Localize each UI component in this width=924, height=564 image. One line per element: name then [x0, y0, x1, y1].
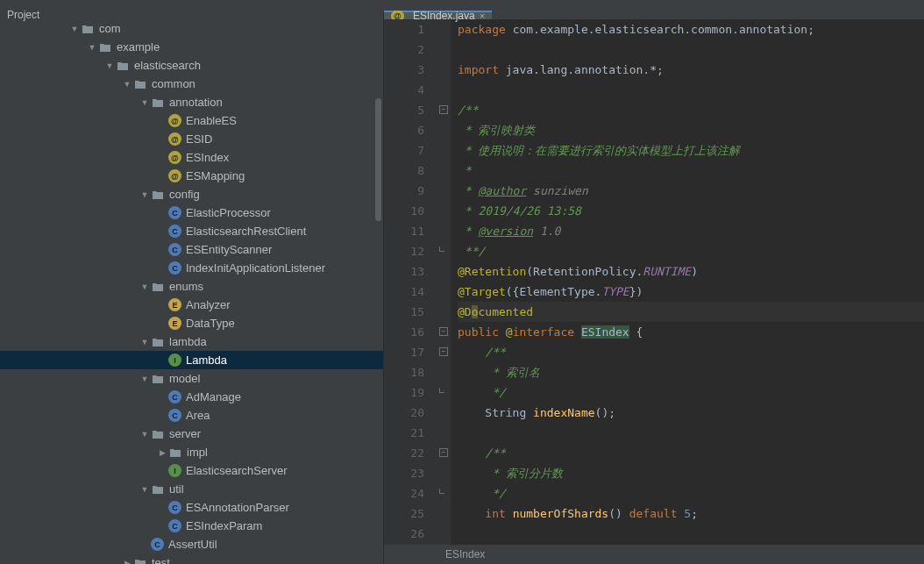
line-number[interactable]: 14 [384, 282, 424, 302]
code-line[interactable]: * 索引名 [458, 362, 924, 382]
tree-item-esindex[interactable]: @ESIndex [0, 148, 383, 167]
tree-item-esentityscanner[interactable]: CESEntityScanner [0, 240, 383, 259]
expand-icon[interactable]: ▼ [86, 43, 98, 52]
code-line[interactable] [458, 80, 924, 100]
expand-icon[interactable]: ▼ [139, 375, 151, 383]
line-gutter[interactable]: 1234567891011121314151617181920212223242… [384, 19, 438, 545]
code-editor[interactable]: 1234567891011121314151617181920212223242… [384, 19, 924, 545]
line-number[interactable]: 13 [384, 261, 424, 282]
tree-item-esid[interactable]: @ESID [0, 130, 383, 148]
tree-item-esannotationparser[interactable]: CESAnnotationParser [0, 498, 383, 517]
tree-item-model[interactable]: ▼model [0, 369, 383, 388]
expand-icon[interactable]: ▼ [139, 338, 151, 346]
code-line[interactable]: */ [458, 382, 924, 403]
scrollbar-thumb[interactable] [375, 98, 381, 221]
tree-item-annotation[interactable]: ▼annotation [0, 93, 383, 111]
tree-item-area[interactable]: CArea [0, 406, 383, 425]
line-number[interactable]: 10 [384, 201, 424, 221]
line-number[interactable]: 24 [384, 483, 424, 503]
tree-item-elasticsearchserver[interactable]: IElasticsearchServer [0, 461, 383, 480]
breadcrumb-bar[interactable]: ESIndex [384, 545, 924, 564]
code-line[interactable] [458, 39, 924, 60]
fold-toggle[interactable]: − [439, 347, 448, 356]
tree-item-config[interactable]: ▼config [0, 185, 383, 203]
code-line[interactable]: import java.lang.annotation.*; [458, 60, 924, 80]
fold-toggle[interactable]: − [439, 448, 448, 457]
tree-item-example[interactable]: ▼example [0, 38, 383, 56]
code-line[interactable]: * 索引映射类 [458, 120, 924, 140]
expand-icon[interactable]: ▼ [121, 80, 133, 89]
line-number[interactable]: 1 [384, 19, 424, 39]
code-line[interactable]: int numberOfShards() default 5; [458, 503, 924, 524]
code-line[interactable]: @Target({ElementType.TYPE}) [458, 282, 924, 302]
expand-icon[interactable]: ▼ [139, 485, 151, 494]
line-number[interactable]: 16 [384, 322, 424, 342]
tree-item-impl[interactable]: ▶impl [0, 443, 383, 461]
tree-item-elasticprocessor[interactable]: CElasticProcessor [0, 203, 383, 222]
tree-item-assertutil[interactable]: CAssertUtil [0, 535, 383, 553]
code-line[interactable]: */ [458, 483, 924, 503]
line-number[interactable]: 20 [384, 403, 424, 423]
line-number[interactable]: 21 [384, 423, 424, 443]
tree-item-util[interactable]: ▼util [0, 480, 383, 498]
code-line[interactable] [458, 524, 924, 544]
tree-item-esmapping[interactable]: @ESMapping [0, 167, 383, 185]
tree-item-common[interactable]: ▼common [0, 75, 383, 93]
code-line[interactable] [458, 423, 924, 443]
line-number[interactable]: 12 [384, 241, 424, 261]
line-number[interactable]: 19 [384, 382, 424, 403]
tree-item-com[interactable]: ▼com [0, 19, 383, 38]
code-line[interactable]: String indexName(); [458, 403, 924, 423]
expand-icon[interactable]: ▶ [156, 448, 168, 457]
tree-item-elasticsearch[interactable]: ▼elasticsearch [0, 56, 383, 75]
code-content[interactable]: package com.example.elasticsearch.common… [451, 19, 924, 545]
fold-toggle[interactable] [439, 246, 444, 252]
code-line[interactable]: /** [458, 443, 924, 463]
fold-toggle[interactable] [439, 388, 444, 393]
line-number[interactable]: 5 [384, 100, 424, 120]
expand-icon[interactable]: ▼ [139, 282, 151, 291]
line-number[interactable]: 8 [384, 161, 424, 181]
line-number[interactable]: 26 [384, 524, 424, 544]
line-number[interactable]: 2 [384, 39, 424, 60]
code-line[interactable]: * @version 1.0 [458, 221, 924, 241]
expand-icon[interactable]: ▼ [139, 430, 151, 439]
tree-item-enums[interactable]: ▼enums [0, 277, 383, 296]
expand-icon[interactable]: ▶ [121, 559, 133, 565]
tree-item-enablees[interactable]: @EnableES [0, 111, 383, 130]
fold-toggle[interactable] [439, 489, 444, 494]
code-line[interactable]: @Documented [458, 302, 924, 322]
fold-column[interactable]: −−−− [438, 19, 451, 545]
line-number[interactable]: 4 [384, 80, 424, 100]
code-line[interactable]: /** [458, 342, 924, 362]
code-line[interactable]: **/ [458, 241, 924, 261]
line-number[interactable]: 23 [384, 463, 424, 483]
code-line[interactable]: * @author sunziwen [458, 181, 924, 201]
tree-item-elasticsearchrestclient[interactable]: CElasticsearchRestClient [0, 222, 383, 240]
line-number[interactable]: 25 [384, 503, 424, 524]
line-number[interactable]: 11 [384, 221, 424, 241]
expand-icon[interactable]: ▼ [68, 25, 81, 33]
expand-icon[interactable]: ▼ [103, 61, 116, 70]
tree-item-esindexparam[interactable]: CESIndexParam [0, 517, 383, 535]
breadcrumb[interactable]: ESIndex [445, 548, 485, 560]
tree-item-lambda[interactable]: ▼lambda [0, 332, 383, 351]
line-number[interactable]: 9 [384, 181, 424, 201]
line-number[interactable]: 18 [384, 362, 424, 382]
line-number[interactable]: 7 [384, 140, 424, 161]
code-line[interactable]: public @interface ESIndex { [458, 322, 924, 342]
tree-item-test[interactable]: ▶test [0, 553, 383, 564]
fold-toggle[interactable]: − [439, 327, 448, 336]
tree-item-server[interactable]: ▼server [0, 425, 383, 443]
line-number[interactable]: 15 [384, 302, 424, 322]
fold-toggle[interactable]: − [439, 105, 448, 114]
code-line[interactable]: * [458, 161, 924, 181]
tree-item-datatype[interactable]: EDataType [0, 314, 383, 332]
editor-tabbar[interactable]: @ ESIndex.java × [384, 11, 924, 19]
code-line[interactable]: package com.example.elasticsearch.common… [458, 19, 924, 39]
line-number[interactable]: 22 [384, 443, 424, 463]
line-number[interactable]: 6 [384, 120, 424, 140]
code-line[interactable]: @Retention(RetentionPolicy.RUNTIME) [458, 261, 924, 282]
tab-esindex[interactable]: @ ESIndex.java × [384, 11, 492, 19]
tree-item-admanage[interactable]: CAdManage [0, 388, 383, 406]
